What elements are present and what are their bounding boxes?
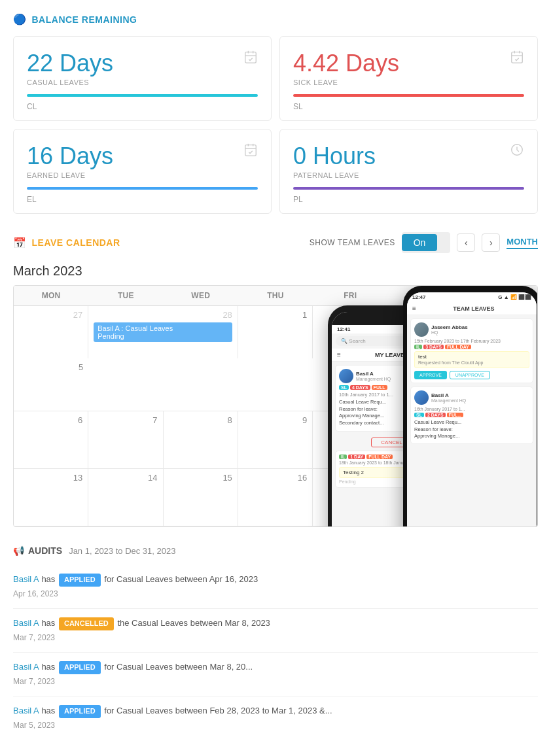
date-16: 16 — [243, 473, 307, 483]
balance-card-pl: 0 Hours PATERNAL LEAVE PL — [279, 129, 538, 214]
date-1: 1 — [243, 310, 307, 320]
audit-badge-1: APPLIED — [59, 574, 101, 587]
audit-text-2: the Casual Leaves between Mar 8, 2023 — [117, 618, 270, 628]
balance-icon: 🔵 — [13, 13, 27, 26]
day-header-wed: WED — [164, 286, 238, 305]
audit-text-1: for Casual Leaves between Apr 16, 2023 — [104, 574, 258, 584]
calendar-icon-el — [243, 143, 258, 161]
date-5: 5 — [19, 362, 83, 372]
toggle-off-area — [437, 239, 450, 246]
audit-text-has-1: has — [41, 574, 58, 584]
cal-cell-16[interactable]: 16 — [238, 469, 313, 526]
calendar-week-3: 13 14 15 16 19 — [14, 469, 537, 526]
date-27: 27 — [19, 310, 82, 320]
balance-card-el: 16 Days EARNED LEAVE EL — [13, 129, 272, 214]
cal-cell-5[interactable]: 5 — [14, 358, 88, 411]
cal-cell-28[interactable]: 28 Basil A : Casual LeavesPending — [88, 306, 238, 358]
audit-item-4: Basil A has APPLIED for Casual Leaves be… — [13, 696, 538, 740]
cal-cell-7[interactable]: 7 — [88, 411, 163, 468]
audit-text-3: for Casual Leaves between Mar 8, 20... — [104, 662, 253, 672]
calendar-header: 📅 LEAVE CALENDAR SHOW TEAM LEAVES On ‹ ›… — [13, 232, 538, 253]
svg-rect-8 — [245, 145, 257, 156]
calendar-month-title: March 2023 — [13, 264, 538, 279]
date-4: 4 — [468, 310, 531, 320]
el-value: 16 Days — [27, 143, 258, 170]
calendar-icon-sl — [510, 50, 524, 68]
audit-date-2: Mar 7, 2023 — [13, 632, 538, 644]
cal-cell-19[interactable]: 19 — [463, 469, 537, 526]
cal-cell-17[interactable] — [313, 469, 387, 526]
date-11: 11 — [393, 415, 456, 425]
cal-cell-13[interactable]: 13 — [14, 469, 88, 526]
calendar-title: 📅 LEAVE CALENDAR — [13, 237, 120, 249]
date-28: 28 — [94, 310, 232, 320]
calendar-day-headers: MON TUE WED THU FRI SAT SUN — [14, 286, 537, 306]
cal-cell-10[interactable]: 10 — [313, 411, 387, 468]
sl-label: SICK LEAVE — [293, 78, 524, 86]
date-12: 12 — [468, 415, 532, 425]
prev-month-button[interactable]: ‹ — [457, 233, 475, 252]
audit-main-1: Basil A has APPLIED for Casual Leaves be… — [13, 573, 538, 587]
cl-progress — [27, 94, 258, 97]
audit-date-4: Mar 5, 2023 — [13, 719, 538, 732]
cal-cell-18[interactable] — [387, 469, 462, 526]
balance-card-cl: 22 Days CASUAL LEAVES CL — [13, 36, 272, 121]
day-header-sat: SAT — [387, 286, 462, 305]
date-9: 9 — [243, 415, 307, 425]
audit-date-1: Apr 16, 2023 — [13, 588, 538, 600]
cal-cell-11[interactable]: 11 — [387, 411, 462, 468]
audit-item-3: Basil A has APPLIED for Casual Leaves be… — [13, 652, 538, 696]
calendar-week-2: 6 7 8 9 10 11 12 — [14, 411, 537, 469]
calendar-controls: SHOW TEAM LEAVES On ‹ › MONTH — [310, 232, 538, 253]
month-label: MONTH — [507, 237, 538, 249]
cal-cell-1[interactable]: 1 — [238, 306, 313, 358]
pl-abbr: PL — [293, 195, 524, 204]
svg-rect-4 — [512, 52, 523, 63]
audit-badge-4: APPLIED — [59, 705, 101, 718]
date-2: 2 — [318, 310, 382, 320]
cl-abbr: CL — [27, 102, 258, 111]
audits-section: 📢 AUDITS Jan 1, 2023 to Dec 31, 2023 Bas… — [0, 539, 551, 746]
event-basil-casual: Basil A : Casual LeavesPending — [94, 322, 232, 342]
audit-name-1: Basil A — [13, 574, 39, 584]
audit-badge-2: CANCELLED — [59, 617, 114, 630]
audit-main-4: Basil A has APPLIED for Casual Leaves be… — [13, 704, 538, 718]
sl-abbr: SL — [293, 102, 524, 111]
pl-label: PATERNAL LEAVE — [293, 171, 524, 179]
date-15: 15 — [169, 473, 232, 483]
audit-item-2: Basil A has CANCELLED the Casual Leaves … — [13, 608, 538, 652]
cal-cell-12[interactable]: 12 — [463, 411, 537, 468]
next-month-button[interactable]: › — [482, 233, 500, 252]
cal-cell-6[interactable]: 6 — [14, 411, 88, 468]
sl-progress — [293, 94, 524, 97]
balance-grid: 22 Days CASUAL LEAVES CL 4.42 Days SICK … — [13, 36, 538, 214]
date-3: 3 — [393, 310, 456, 320]
cal-cell-4[interactable]: 4 — [463, 306, 537, 358]
audit-name-2: Basil A — [13, 618, 39, 628]
audit-text-has-2: has — [41, 618, 58, 628]
balance-heading: BALANCE REMAINING — [32, 14, 137, 25]
audit-item-1: Basil A has APPLIED for Casual Leaves be… — [13, 565, 538, 608]
date-8: 8 — [169, 415, 232, 425]
cal-cell-9[interactable]: 9 — [238, 411, 313, 468]
date-14: 14 — [94, 473, 157, 483]
cal-cell-14[interactable]: 14 — [88, 469, 163, 526]
calendar-heading: LEAVE CALENDAR — [32, 237, 120, 248]
toggle-on-button[interactable]: On — [402, 234, 438, 251]
day-header-sun: SUN — [463, 286, 537, 305]
el-abbr: EL — [27, 195, 258, 204]
calendar-icon: 📅 — [13, 237, 27, 249]
cal-cell-8[interactable]: 8 — [164, 411, 238, 468]
pl-progress — [293, 187, 524, 190]
cal-cell-27[interactable]: 27 — [14, 306, 88, 358]
balance-title: 🔵 BALANCE REMAINING — [13, 13, 538, 26]
balance-card-sl: 4.42 Days SICK LEAVE SL — [279, 36, 538, 121]
day-header-fri: FRI — [313, 286, 387, 305]
audit-main-3: Basil A has APPLIED for Casual Leaves be… — [13, 661, 538, 674]
cal-cell-2[interactable]: 2 — [313, 306, 387, 358]
audit-list: Basil A has APPLIED for Casual Leaves be… — [13, 565, 538, 740]
cal-cell-3[interactable]: 3 — [387, 306, 462, 358]
audit-text-has-4: has — [41, 706, 58, 715]
cal-cell-15[interactable]: 15 — [164, 469, 238, 526]
audit-name-4: Basil A — [13, 706, 39, 715]
